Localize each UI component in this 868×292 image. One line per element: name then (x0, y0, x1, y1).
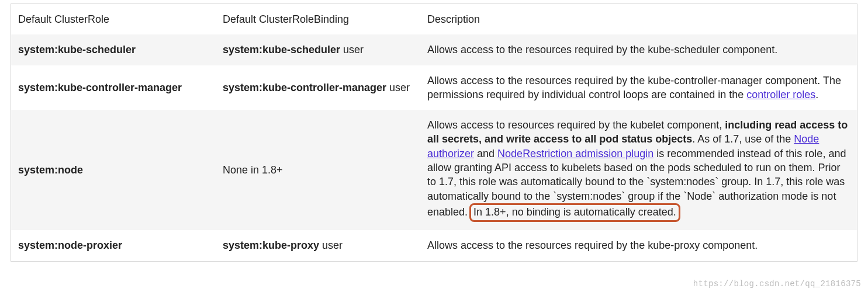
table-row: system:node-proxier system:kube-proxy us… (11, 230, 857, 260)
role-name: system:kube-scheduler (18, 44, 136, 55)
cell-role: system:kube-scheduler (11, 34, 216, 65)
cell-binding: system:kube-scheduler user (216, 34, 420, 65)
cluster-role-table-wrap: Default ClusterRole Default ClusterRoleB… (11, 4, 857, 262)
role-name: system:kube-controller-manager (18, 82, 182, 93)
description-text: Allows access to resources required by t… (427, 119, 725, 131)
description-text: . As of 1.7, use of the (692, 133, 794, 145)
cell-role: system:node-proxier (11, 230, 216, 260)
binding-suffix: user (386, 82, 410, 93)
link-noderestriction-admission-plugin[interactable]: NodeRestriction admission plugin (497, 148, 653, 159)
cell-binding: system:kube-controller-manager user (216, 65, 420, 110)
role-name: system:node-proxier (18, 239, 122, 251)
header-default-clusterrolebinding: Default ClusterRoleBinding (216, 4, 420, 34)
cell-binding: None in 1.8+ (216, 110, 420, 230)
binding-name: system:kube-controller-manager (223, 82, 386, 93)
table-row: system:kube-scheduler system:kube-schedu… (11, 34, 857, 65)
cell-description: Allows access to the resources required … (420, 34, 857, 65)
cluster-role-table: Default ClusterRole Default ClusterRoleB… (11, 4, 857, 261)
table-row: system:node None in 1.8+ Allows access t… (11, 110, 857, 230)
link-controller-roles[interactable]: controller roles (746, 89, 815, 100)
binding-suffix: user (319, 239, 343, 251)
cell-description: Allows access to the resources required … (420, 230, 857, 260)
cell-role: system:node (11, 110, 216, 230)
header-description: Description (420, 4, 857, 34)
cell-binding: system:kube-proxy user (216, 230, 420, 260)
description-text: and (474, 148, 497, 159)
table-row: system:kube-controller-manager system:ku… (11, 65, 857, 110)
description-text: Allows access to the resources required … (427, 44, 777, 55)
description-text: . (815, 89, 818, 100)
cell-description: Allows access to resources required by t… (420, 110, 857, 230)
binding-suffix: user (340, 44, 364, 55)
binding-plain: None in 1.8+ (223, 164, 283, 176)
table-header-row: Default ClusterRole Default ClusterRoleB… (11, 4, 857, 34)
cell-role: system:kube-controller-manager (11, 65, 216, 110)
description-text: Allows access to the resources required … (427, 239, 758, 251)
header-default-clusterrole: Default ClusterRole (11, 4, 216, 34)
binding-name: system:kube-proxy (223, 239, 319, 251)
cell-description: Allows access to the resources required … (420, 65, 857, 110)
binding-name: system:kube-scheduler (223, 44, 340, 55)
highlight-annotation: In 1.8+, no binding is automatically cre… (469, 203, 680, 222)
role-name: system:node (18, 164, 83, 176)
